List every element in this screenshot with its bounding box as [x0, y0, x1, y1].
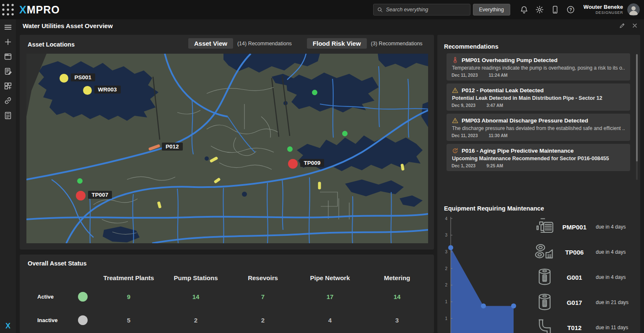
maintenance-chart: 433221104 Days11 Days21 Days [440, 213, 524, 333]
equipment-id: G017 [556, 299, 592, 306]
svg-text:2: 2 [445, 283, 447, 287]
apps-grid-icon[interactable] [0, 2, 16, 18]
equipment-row: G017due in 21 days [533, 290, 638, 315]
pipe-icon [533, 317, 556, 333]
close-icon[interactable] [631, 22, 638, 29]
recommendation-description: Potential Leak Detected in Main Distribu… [452, 95, 625, 101]
recommendation-description: Upcoming Maintenance Recommended for Sec… [452, 156, 625, 161]
status-value: 14 [364, 285, 431, 308]
equipment-id: G001 [556, 274, 592, 281]
map-pipe-segment[interactable] [157, 201, 162, 208]
calculator-icon[interactable] [3, 111, 13, 120]
map-marker-tp009[interactable] [288, 159, 298, 169]
map-pipe-segment[interactable] [318, 182, 321, 189]
left-sidebar: X [0, 19, 16, 333]
equipment-row: T012due in 11 days [533, 315, 638, 333]
table-corner [37, 271, 70, 285]
pump-icon [533, 216, 556, 238]
menu-icon[interactable] [3, 23, 13, 32]
add-icon[interactable] [3, 37, 13, 47]
recommendation-description: Temperature readings indicate the pump i… [452, 65, 625, 71]
svg-text:1: 1 [445, 299, 447, 304]
map-sensor-marker[interactable] [77, 178, 83, 184]
window-icon[interactable] [3, 52, 13, 61]
map-pipe-segment[interactable] [400, 164, 405, 171]
recommendation-title: PMP03 Abnormal Discharge Pressure Detect… [462, 117, 588, 124]
map-sensor-marker[interactable] [287, 146, 293, 152]
status-value: 5 [95, 308, 162, 332]
equipment-due: due in 11 days [596, 325, 628, 330]
notifications-icon[interactable] [519, 5, 529, 14]
user-block[interactable]: Wouter Beneke DESIGNUSER [584, 4, 623, 15]
equipment-due: due in 21 days [596, 299, 628, 305]
recommendation-card[interactable]: PMP03 Abnormal Discharge Pressure Detect… [447, 114, 630, 141]
avatar[interactable] [627, 3, 640, 16]
equipment-list: PMP001due in 4 daysTP006due in 4 daysG00… [533, 214, 638, 333]
equipment-due: due in 4 days [596, 274, 626, 280]
map-marker-tp007[interactable] [76, 191, 86, 200]
status-value: 9 [95, 285, 162, 308]
recommendation-description: The discharge pressure has deviated from… [452, 125, 625, 131]
svg-text:3: 3 [445, 250, 447, 254]
map-marker-ps001[interactable] [60, 74, 68, 83]
status-value: 2 [162, 308, 229, 332]
recommendation-title: P012 - Potential Leak Detected [462, 87, 544, 94]
equipment-id: PMP001 [556, 224, 592, 231]
sidebar-logo: X [0, 322, 16, 330]
map-label-ps001[interactable]: PS001 [71, 73, 96, 81]
settings-icon[interactable] [535, 5, 544, 14]
asset-locations-title: Asset Locations [28, 41, 75, 48]
user-name: Wouter Beneke [584, 4, 623, 10]
recommendation-timestamp: Dec 1, 20239:25 AM [452, 163, 625, 168]
tab-asset-view[interactable]: Asset View [188, 38, 233, 49]
recommendation-card[interactable]: P016 - Aging Pipe Predictive Maintenance… [447, 144, 630, 171]
recommendation-title: P016 - Aging Pipe Predictive Maintenance [462, 148, 574, 154]
map-marker-wr003[interactable] [83, 86, 92, 95]
topbar: XMPRO Everything ? Wouter Beneke DESIGNU… [0, 0, 644, 19]
topbar-icons: ? [519, 5, 575, 14]
search-box[interactable] [373, 4, 470, 16]
recommendation-card[interactable]: P012 - Potential Leak DetectedPotential … [447, 83, 630, 111]
map-sensor-marker[interactable] [342, 131, 348, 136]
search-input[interactable] [386, 7, 467, 13]
row-label: Active [37, 285, 70, 308]
edit-icon[interactable] [619, 22, 626, 29]
tab-flood-risk-view[interactable]: Flood Risk View [307, 38, 367, 49]
table-corner [70, 271, 95, 285]
recommendation-title: PMP01 Overheating Pump Detected [462, 57, 558, 63]
link-icon[interactable] [3, 96, 13, 105]
search-scope-button[interactable]: Everything [473, 4, 510, 16]
thermometer-icon [452, 57, 459, 64]
map-segment-p012[interactable] [148, 144, 161, 151]
form-icon[interactable] [3, 67, 13, 76]
map-label-wr003[interactable]: WR003 [94, 86, 121, 94]
recommendations-scrollbar[interactable] [636, 54, 638, 180]
map-sensor-marker[interactable] [312, 90, 317, 95]
recommendation-card[interactable]: PMP01 Overheating Pump DetectedTemperatu… [447, 53, 630, 81]
recommendation-timestamp: Dec 11, 202311:24 AM [452, 73, 625, 78]
help-icon[interactable]: ? [566, 5, 575, 14]
mobile-icon[interactable] [551, 5, 560, 14]
column-header: Treatment Plants [95, 271, 162, 285]
equipment-due: due in 4 days [596, 224, 626, 230]
asset-status-table: Treatment PlantsPump StationsResevoirsPi… [37, 271, 431, 332]
warning-triangle-icon [452, 87, 459, 94]
app-logo: XMPRO [19, 4, 60, 16]
status-dot-cell [70, 308, 95, 332]
asset-map[interactable]: PS001WR003P012TP009TP007 [26, 54, 428, 243]
logo-rest: MPRO [27, 4, 60, 16]
column-header: Metering [364, 271, 431, 285]
map-pipe-segment[interactable] [210, 156, 218, 163]
status-dot [78, 315, 88, 325]
blocks-icon[interactable] [3, 81, 13, 91]
view-tabs: Asset View (14) Recommendations Flood Ri… [188, 38, 434, 49]
equipment-id: T012 [556, 324, 592, 331]
map-label-p012[interactable]: P012 [162, 143, 183, 151]
status-dot-cell [70, 285, 95, 308]
equipment-maintenance-title: Equipment Requiring Maintenance [444, 205, 544, 212]
map-label-tp007[interactable]: TP007 [88, 191, 112, 199]
map-label-tp009[interactable]: TP009 [300, 159, 325, 167]
map-pipe-segment[interactable] [213, 177, 221, 184]
status-value: 14 [162, 285, 229, 308]
row-label: Inactive [37, 308, 70, 332]
